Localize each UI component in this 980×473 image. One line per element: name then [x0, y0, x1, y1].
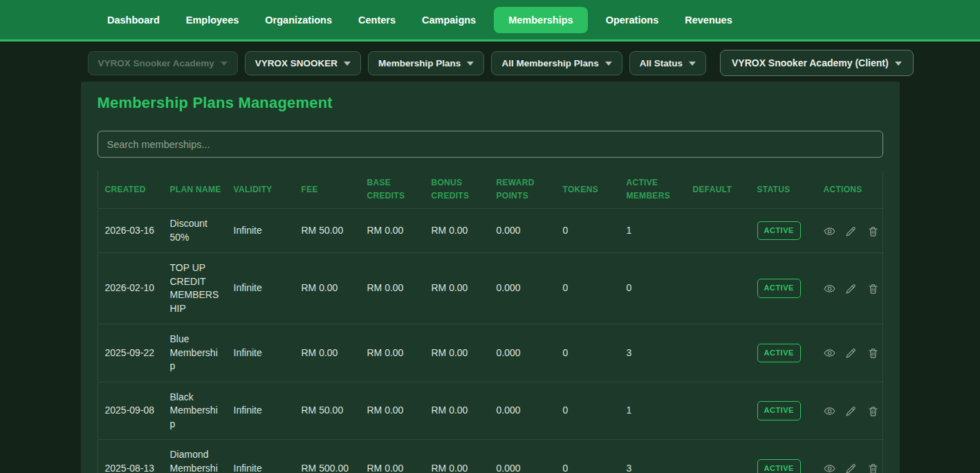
bonus-credits-cell: RM 0.00 — [426, 253, 491, 324]
validity-cell: Infinite — [228, 209, 296, 253]
column-header-plan-name: PLAN NAME — [165, 171, 228, 209]
table-header-row: CREATED PLAN NAME VALIDITY FEE BASE CRED… — [98, 171, 884, 209]
nav-item-memberships[interactable]: Memberships — [494, 7, 587, 33]
created-cell: 2025-08-13 — [98, 440, 165, 473]
actions-cell — [818, 440, 884, 473]
tokens-cell: 0 — [557, 324, 621, 382]
pencil-icon[interactable] — [845, 283, 857, 295]
eye-icon[interactable] — [824, 463, 835, 473]
table-row: 2025-08-13 Diamond Membership Infinite R… — [98, 440, 884, 473]
column-header-status: STATUS — [752, 171, 818, 209]
column-header-bonus-credits: BONUS CREDITS — [426, 171, 491, 209]
plan-filter-selector[interactable]: All Membership Plans — [491, 51, 622, 75]
active-members-cell: 1 — [621, 382, 687, 440]
active-members-cell: 1 — [621, 209, 687, 253]
status-cell: ACTIVE — [752, 324, 818, 382]
filter-bar: VYROX Snooker Academy VYROX SNOOKER Memb… — [81, 41, 900, 82]
column-header-reward-points: REWARD POINTS — [491, 171, 557, 209]
pencil-icon[interactable] — [845, 225, 857, 237]
status-cell: ACTIVE — [752, 440, 818, 473]
module-selector-label: Membership Plans — [378, 58, 461, 68]
brand-selector-label: VYROX SNOOKER — [255, 58, 338, 68]
column-header-default: DEFAULT — [687, 171, 752, 209]
base-credits-cell: RM 0.00 — [362, 209, 426, 253]
default-cell — [687, 209, 752, 253]
nav-item-revenues[interactable]: Revenues — [676, 8, 741, 33]
eye-icon[interactable] — [824, 225, 835, 237]
trash-icon[interactable] — [867, 347, 879, 359]
plan-name-cell: TOP UP CREDIT MEMBERSHIP — [165, 253, 228, 324]
nav-item-operations[interactable]: Operations — [598, 8, 667, 33]
status-filter-selector[interactable]: All Status — [629, 51, 706, 75]
organization-selector: VYROX Snooker Academy — [88, 51, 238, 75]
trash-icon[interactable] — [867, 225, 879, 237]
reward-points-cell: 0.000 — [491, 253, 557, 324]
table-row: 2026-02-10 TOP UP CREDIT MEMBERSHIP Infi… — [98, 253, 884, 324]
eye-icon[interactable] — [824, 405, 835, 417]
plan-name-cell: Discount 50% — [165, 209, 228, 253]
validity-cell: Infinite — [228, 324, 296, 382]
default-cell — [687, 440, 752, 473]
trash-icon[interactable] — [867, 405, 879, 417]
status-cell: ACTIVE — [752, 209, 818, 253]
table-row: 2025-09-22 Blue Membership Infinite RM 0… — [98, 324, 884, 382]
base-credits-cell: RM 0.00 — [362, 253, 426, 324]
fee-cell: RM 50.00 — [296, 382, 362, 440]
chevron-down-icon — [344, 62, 351, 66]
column-header-base-credits: BASE CREDITS — [362, 171, 426, 209]
created-cell: 2025-09-08 — [98, 382, 165, 440]
status-badge: ACTIVE — [757, 401, 801, 420]
column-header-tokens: TOKENS — [557, 171, 621, 209]
nav-item-organizations[interactable]: Organizations — [257, 8, 340, 33]
pencil-icon[interactable] — [845, 347, 857, 359]
trash-icon[interactable] — [867, 463, 879, 473]
chevron-down-icon — [221, 62, 228, 66]
page-title: Membership Plans Management — [98, 94, 883, 112]
trash-icon[interactable] — [867, 283, 879, 295]
column-header-created: CREATED — [98, 171, 165, 209]
eye-icon[interactable] — [824, 283, 835, 295]
created-cell: 2026-03-16 — [98, 209, 165, 253]
chevron-down-icon — [895, 62, 902, 66]
bonus-credits-cell: RM 0.00 — [426, 324, 491, 382]
status-badge: ACTIVE — [757, 344, 801, 363]
reward-points-cell: 0.000 — [491, 382, 557, 440]
status-badge: ACTIVE — [757, 459, 801, 473]
column-header-actions: ACTIONS — [818, 171, 884, 209]
created-cell: 2026-02-10 — [98, 253, 165, 324]
default-cell — [687, 324, 752, 382]
fee-cell: RM 500.00 — [296, 440, 362, 473]
base-credits-cell: RM 0.00 — [362, 324, 426, 382]
base-credits-cell: RM 0.00 — [362, 382, 426, 440]
status-badge: ACTIVE — [757, 279, 801, 298]
pencil-icon[interactable] — [845, 405, 857, 417]
nav-item-campaigns[interactable]: Campaigns — [414, 8, 484, 33]
bonus-credits-cell: RM 0.00 — [426, 440, 491, 473]
created-cell: 2025-09-22 — [98, 324, 165, 382]
nav-item-employees[interactable]: Employees — [178, 8, 248, 33]
client-selector-label: VYROX Snooker Academy (Client) — [732, 57, 889, 68]
pencil-icon[interactable] — [845, 463, 857, 473]
actions-cell — [818, 253, 884, 324]
nav-items: DashboardEmployeesOrganizationsCentersCa… — [99, 7, 741, 33]
tokens-cell: 0 — [557, 440, 621, 473]
module-selector[interactable]: Membership Plans — [368, 51, 484, 75]
brand-selector[interactable]: VYROX SNOOKER — [245, 51, 361, 75]
actions-cell — [818, 324, 884, 382]
search-input[interactable] — [98, 131, 883, 158]
status-badge: ACTIVE — [757, 221, 801, 241]
actions-cell — [818, 209, 884, 253]
eye-icon[interactable] — [824, 347, 835, 359]
top-navbar: DashboardEmployeesOrganizationsCentersCa… — [0, 0, 980, 41]
nav-item-centers[interactable]: Centers — [350, 8, 404, 33]
nav-item-dashboard[interactable]: Dashboard — [99, 8, 168, 33]
client-selector[interactable]: VYROX Snooker Academy (Client) — [720, 50, 914, 76]
reward-points-cell: 0.000 — [491, 209, 557, 253]
plan-name-cell: Blue Membership — [165, 324, 228, 382]
chevron-down-icon — [467, 62, 474, 66]
fee-cell: RM 50.00 — [296, 209, 362, 253]
validity-cell: Infinite — [228, 253, 296, 324]
organization-selector-label: VYROX Snooker Academy — [98, 58, 214, 68]
column-header-fee: FEE — [296, 171, 362, 209]
status-cell: ACTIVE — [752, 253, 818, 324]
